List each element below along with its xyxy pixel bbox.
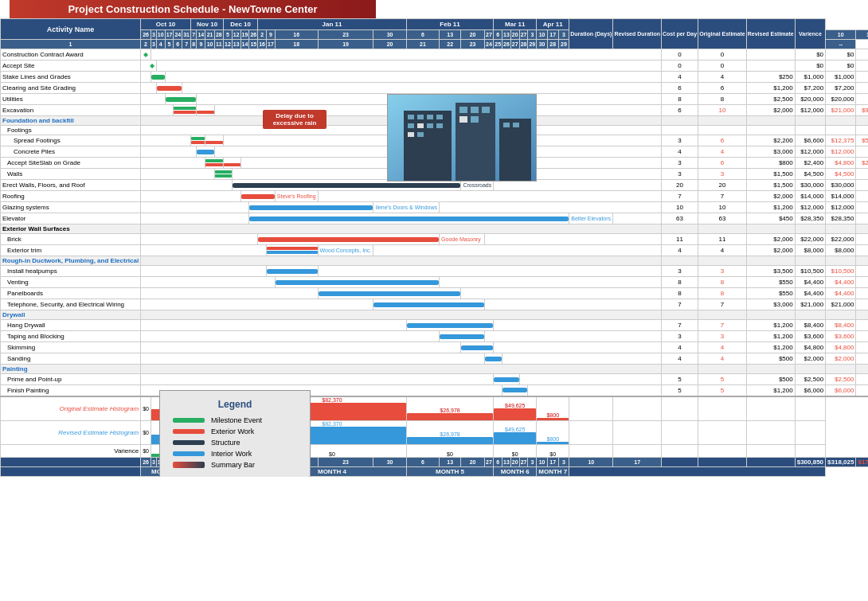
svg-rect-8 — [408, 123, 414, 128]
day-10b: 10 — [537, 30, 548, 40]
table-row: Glazing systems Ilene's Doors & Windows … — [1, 202, 869, 213]
day-31: 31 — [182, 30, 191, 40]
svg-rect-20 — [513, 123, 519, 127]
legend-title: Legend — [173, 399, 297, 410]
day-24: 24 — [174, 30, 182, 40]
table-row: Elevator Better Elevators 63 63 $450 $28… — [1, 213, 869, 224]
table-row: Venting 8 8 $550 $4,400 $4,400 — [1, 277, 869, 288]
delay-text: Delay due toexcessive rain — [273, 112, 317, 127]
table-row: Prime and Point-up 5 5 $500 $2,500 $2,50… — [1, 374, 869, 385]
legend-label-structure: Structure — [211, 439, 240, 447]
table-row: Clearing and Site Grading 6 6 $1,200 $7,… — [1, 83, 869, 94]
gantt-table: Activity Name Oct 10 Nov 10 Dec 10 Jan 1… — [0, 18, 868, 477]
table-row: Brick Goode Masonry 11 11 $2,000 $22,000… — [1, 234, 869, 245]
day-17b: 17 — [547, 30, 558, 40]
table-row: Construction Contract Award ◆ 0 0 $0 $0 — [1, 49, 869, 60]
svg-rect-18 — [471, 116, 479, 123]
day-13a: 13 — [440, 30, 461, 40]
day-6a: 6 — [406, 30, 439, 40]
header-months-row: Activity Name Oct 10 Nov 10 Dec 10 Jan 1… — [1, 19, 869, 30]
table-row: Sanding 4 4 $500 $2,000 $2,000 — [1, 353, 869, 365]
svg-rect-6 — [427, 115, 433, 119]
table-row: Finish Painting 5 5 $1,200 $6,000 $6,000 — [1, 385, 869, 396]
table-row: Taping and Blocking 3 3 $1,200 $3,600 $3… — [1, 331, 869, 342]
svg-rect-2 — [456, 103, 495, 181]
histogram-original-row: Original Estimate Histogram $0 $46,262 $… — [1, 396, 869, 421]
variance-header: Varience — [795, 19, 825, 49]
svg-rect-9 — [417, 123, 424, 128]
svg-rect-10 — [427, 123, 433, 128]
revised-estimate-header: Revised Estimate — [746, 19, 795, 49]
legend-bar-interior — [173, 451, 205, 456]
day-3: 3 — [151, 30, 156, 40]
legend-item-structure: Structure — [173, 439, 297, 447]
table-row: Accept Site ◆ 0 0 $0 $0 — [1, 60, 869, 72]
day-16: 16 — [275, 30, 318, 40]
svg-rect-17 — [459, 116, 467, 123]
legend-item-exterior: Exterior Work — [173, 427, 297, 435]
footer-days-row: 26 3 10 17 24 31 7 14 21 28 5 12 19 26 2… — [1, 457, 869, 466]
section-header-drywall: Drywall — [1, 310, 869, 320]
day-9: 9 — [267, 30, 276, 40]
day-14a: 14 — [197, 30, 205, 40]
table-row: Skimming 4 4 $1,200 $4,800 $4,800 — [1, 342, 869, 353]
svg-rect-19 — [503, 123, 510, 127]
table-row: Exterior trim Wood Concepts, Inc. 4 4 $2… — [1, 245, 869, 256]
svg-rect-13 — [417, 132, 424, 137]
day-12a: 12 — [232, 30, 240, 40]
day-5: 5 — [224, 30, 233, 40]
table-row: Stake Lines and Grades 4 4 $250 $1,000 $… — [1, 72, 869, 83]
legend-item-milestone: Milestone Event — [173, 416, 297, 424]
histogram-revised-row: Revised Estimate Histogram $0 $36,700 $6… — [1, 420, 869, 444]
activity-construction-award: Construction Contract Award — [1, 49, 141, 60]
day-19a: 19 — [240, 30, 249, 40]
day-27a: 27 — [484, 30, 494, 40]
day-28a: 28 — [214, 30, 223, 40]
activity-name-header: Activity Name — [1, 19, 141, 40]
day-7: 7 — [191, 30, 197, 40]
footer-months-row: MONTH 1 MONTH 2 MONTH 3 MONTH 4 MONTH 5 … — [1, 466, 869, 476]
month-jan: Jan 11 — [258, 19, 407, 30]
day-17a: 17 — [165, 30, 174, 40]
legend-bar-structure — [173, 440, 205, 445]
building-svg — [388, 95, 537, 181]
section-header-painting: Painting — [1, 365, 869, 374]
original-estimate-header: Original Estimate — [698, 19, 747, 49]
legend-label-summary: Summary Bar — [211, 461, 255, 469]
legend-label-exterior: Exterior Work — [211, 427, 254, 435]
legend-item-summary: Summary Bar — [173, 461, 297, 469]
svg-rect-3 — [499, 119, 531, 181]
svg-rect-12 — [408, 132, 414, 137]
day-30: 30 — [373, 30, 406, 40]
svg-rect-14 — [459, 107, 467, 113]
day-3c: 3 — [558, 30, 569, 40]
day-10c: 10 — [826, 30, 856, 40]
svg-rect-15 — [471, 107, 479, 113]
month-nov: Nov 10 — [191, 19, 224, 30]
day-26b: 26 — [249, 30, 258, 40]
legend-box: Legend Milestone Event Exterior Work Str… — [159, 390, 311, 477]
day-20b: 20 — [510, 30, 519, 40]
table-row: Panelboards 8 8 $550 $4,400 $4,400 — [1, 288, 869, 299]
month-apr: Apr 11 — [537, 19, 569, 30]
gantt-table-container: Activity Name Oct 10 Nov 10 Dec 10 Jan 1… — [0, 18, 868, 477]
day-21a: 21 — [205, 30, 214, 40]
svg-rect-4 — [408, 115, 414, 119]
day-3b: 3 — [528, 30, 537, 40]
delay-annotation: Delay due toexcessive rain — [263, 110, 326, 129]
svg-rect-7 — [436, 115, 443, 119]
legend-bar-milestone — [173, 418, 205, 423]
svg-rect-11 — [436, 123, 443, 128]
day-26: 26 — [141, 30, 151, 40]
month-mar: Mar 11 — [494, 19, 537, 30]
day-20a: 20 — [461, 30, 484, 40]
table-row: Install heatpumps 3 3 $3,500 $10,500 $10… — [1, 266, 869, 277]
legend-bar-summary — [173, 462, 205, 468]
legend-label-interior: Interior Work — [211, 450, 252, 458]
table-row: Roofing Steve's Roofing 7 7 $2,000 $14,0… — [1, 191, 869, 202]
month-dec: Dec 10 — [224, 19, 258, 30]
month-feb: Feb 11 — [406, 19, 494, 30]
title-bar: Project Construction Schedule - NewTowne… — [10, 0, 376, 18]
day-6b: 6 — [494, 30, 502, 40]
legend-bar-exterior — [173, 429, 205, 434]
